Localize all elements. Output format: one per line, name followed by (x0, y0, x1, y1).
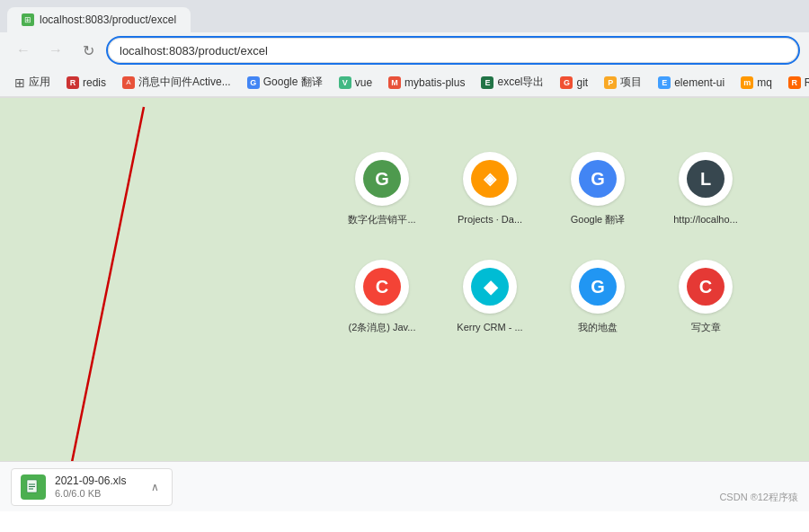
shortcut-write-article[interactable]: C 写文章 (665, 260, 746, 359)
shortcut-my-disk-label: 我的地盘 (578, 321, 618, 333)
bookmark-rabbitmq[interactable]: R RabbitMQ (781, 73, 809, 93)
shortcut-write-article-label: 写文章 (691, 321, 721, 333)
shortcut-kerry-crm-label: Kerry CRM - ... (457, 321, 522, 333)
bookmark-mybatis[interactable]: M mybatis-plus (381, 73, 472, 93)
download-size: 6.0/6.0 KB (55, 488, 138, 499)
shortcut-projects-da[interactable]: ◈ Projects · Da... (449, 152, 530, 251)
bookmark-project[interactable]: P 项目 (597, 71, 649, 93)
bookmark-rabbitmq-label: RabbitMQ (805, 76, 809, 89)
bookmark-mq2-label: mq (757, 76, 772, 89)
svg-line-1 (67, 107, 144, 484)
bookmark-elementui-label: element-ui (674, 76, 725, 89)
active-tab[interactable]: ⊞ localhost:8083/product/excel (7, 7, 191, 32)
bookmark-vue[interactable]: V vue (332, 73, 379, 93)
download-file-icon (21, 474, 46, 500)
bookmark-vue-label: vue (355, 76, 372, 89)
address-bar[interactable]: localhost:8083/product/excel (108, 38, 798, 63)
bookmark-git[interactable]: G git (553, 73, 595, 93)
bookmark-mybatis-label: mybatis-plus (404, 76, 465, 89)
shortcut-digital-marketing[interactable]: G 数字化营销平... (342, 152, 422, 251)
bookmark-apps[interactable]: ⊞ 应用 (7, 71, 58, 93)
bookmark-elementui[interactable]: E element-ui (651, 73, 732, 93)
bookmarks-bar: ⊞ 应用 R redis A 消息中间件Active... G Google 翻… (0, 68, 809, 97)
reload-button[interactable]: ↻ (76, 38, 101, 63)
browser-chrome: ⊞ localhost:8083/product/excel ← → ↻ loc… (0, 0, 809, 98)
page-content: G 数字化营销平... ◈ Projects · Da... G Google … (0, 98, 809, 511)
bookmark-mq2[interactable]: m mq (733, 73, 779, 93)
shortcut-google-translate-label: Google 翻译 (571, 213, 626, 226)
address-text: localhost:8083/product/excel (120, 44, 268, 58)
shortcut-kerry-crm[interactable]: ◆ Kerry CRM - ... (449, 260, 530, 359)
tab-title: localhost:8083/product/excel (40, 13, 176, 26)
bookmark-mq[interactable]: A 消息中间件Active... (115, 71, 238, 93)
bookmark-google-translate[interactable]: G Google 翻译 (240, 71, 330, 93)
tab-favicon: ⊞ (22, 13, 34, 26)
download-filename: 2021-09-06.xls (55, 474, 138, 487)
shortcut-projects-label: Projects · Da... (458, 213, 522, 226)
download-item[interactable]: 2021-09-06.xls 6.0/6.0 KB ∧ (11, 468, 173, 506)
bookmark-mq-label: 消息中间件Active... (138, 75, 231, 90)
bookmark-project-label: 项目 (620, 75, 642, 90)
watermark: CSDN ®12程序猿 (719, 491, 798, 504)
bookmark-google-label: Google 翻译 (263, 75, 323, 90)
browser-tabs: ⊞ localhost:8083/product/excel (0, 0, 809, 32)
shortcuts-grid: G 数字化营销平... ◈ Projects · Da... G Google … (342, 152, 746, 359)
bookmark-excel-label: excel导出 (497, 75, 544, 90)
shortcut-java-msg-label: (2条消息) Jav... (349, 321, 416, 333)
browser-toolbar: ← → ↻ localhost:8083/product/excel (0, 32, 809, 68)
download-bar: 2021-09-06.xls 6.0/6.0 KB ∧ CSDN ®12程序猿 (0, 461, 809, 511)
shortcut-digital-marketing-label: 数字化营销平... (348, 213, 415, 226)
shortcut-localhost[interactable]: L http://localho... (665, 152, 746, 251)
shortcut-google-translate[interactable]: G Google 翻译 (557, 152, 638, 251)
shortcut-localhost-label: http://localho... (673, 213, 738, 226)
back-button[interactable]: ← (11, 38, 36, 63)
bookmark-redis[interactable]: R redis (59, 73, 113, 93)
download-info: 2021-09-06.xls 6.0/6.0 KB (55, 474, 138, 499)
bookmark-redis-label: redis (83, 76, 106, 89)
shortcut-my-disk[interactable]: G 我的地盘 (557, 260, 638, 359)
shortcut-java-msg[interactable]: C (2条消息) Jav... (342, 260, 422, 359)
download-chevron[interactable]: ∧ (147, 479, 163, 495)
bookmark-apps-label: 应用 (29, 75, 50, 90)
bookmark-excel[interactable]: E excel导出 (474, 71, 551, 93)
forward-button[interactable]: → (43, 38, 68, 63)
bookmark-git-label: git (576, 76, 588, 89)
